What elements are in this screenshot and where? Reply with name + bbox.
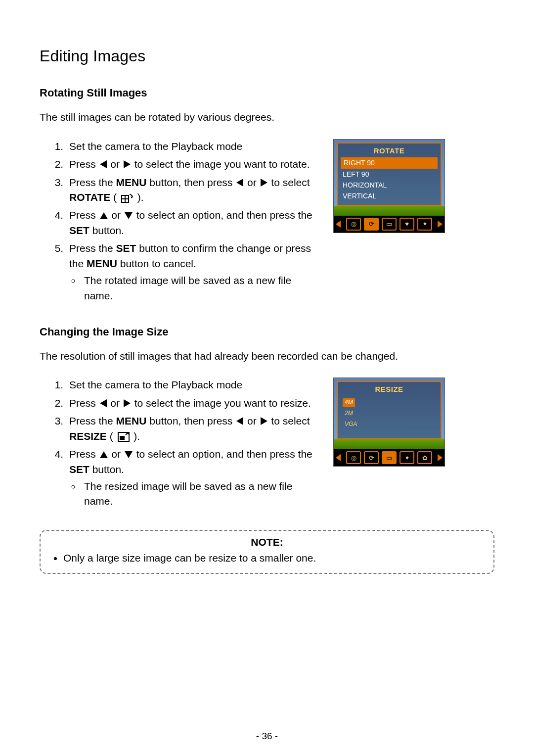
arrow-left-icon (100, 160, 107, 168)
section-intro-rotate: The still images can be rotated by vario… (40, 110, 494, 125)
arrow-down-icon (125, 212, 133, 219)
note-title: NOTE: (50, 535, 484, 550)
toolbar-slideshow-icon: ◎ (346, 451, 361, 464)
lcd-menu-title: RESIZE (338, 384, 441, 395)
step-item: Press or to select an option, and then p… (66, 208, 321, 238)
toolbar-rotate-icon: ⟳ (364, 218, 379, 231)
lcd-menu-box: RESIZE 4M 2M VGA (337, 381, 442, 439)
step-item: Press or to select the image you want to… (66, 396, 321, 411)
toolbar-next-icon (438, 454, 443, 461)
lcd-menu-box: ROTATE RIGHT 90 LEFT 90 HORIZONTAL VERTI… (337, 142, 442, 206)
lcd-menu-item: HORIZONTAL (338, 180, 441, 190)
lcd-resize-screenshot: RESIZE 4M 2M VGA ◎ ⟳ ▭ ✦ ✿ (333, 378, 445, 467)
steps-resize: Set the camera to the Playback mode Pres… (40, 378, 321, 509)
lcd-menu-item: LEFT 90 (338, 169, 441, 180)
step-item: Set the camera to the Playback mode (66, 378, 321, 392)
step-bullet: The resized image will be saved as a new… (81, 479, 321, 509)
step-item: Press or to select the image you want to… (66, 157, 321, 172)
step-item: Press or to select an option, and then p… (66, 447, 321, 509)
toolbar-effect-icon: ✦ (417, 218, 432, 231)
note-callout: NOTE: Only a large size image can be res… (40, 530, 494, 574)
step-item: Set the camera to the Playback mode (66, 139, 321, 154)
resize-icon (117, 431, 130, 442)
lcd-menu-item: 2M (343, 409, 355, 418)
lcd-toolbar: ◎ ⟳ ▭ ♥ ✦ (334, 216, 445, 233)
arrow-right-icon (261, 179, 267, 187)
section-heading-resize: Changing the Image Size (40, 324, 494, 340)
toolbar-prev-icon (336, 221, 341, 228)
arrow-right-icon (261, 417, 267, 425)
arrow-up-icon (100, 212, 108, 219)
arrow-right-icon (124, 399, 131, 407)
arrow-left-icon (236, 417, 243, 425)
toolbar-resize-icon: ▭ (382, 218, 397, 231)
toolbar-rotate-icon: ⟳ (364, 451, 379, 464)
toolbar-sticker-icon: ♥ (400, 218, 414, 231)
lcd-rotate-screenshot: ROTATE RIGHT 90 LEFT 90 HORIZONTAL VERTI… (333, 139, 445, 233)
toolbar-prev-icon (336, 454, 341, 461)
arrow-left-icon (100, 399, 107, 407)
toolbar-next-icon (438, 221, 443, 228)
arrow-up-icon (100, 451, 108, 458)
step-bullet: The rotated image will be saved as a new… (81, 273, 321, 303)
lcd-toolbar: ◎ ⟳ ▭ ✦ ✿ (334, 449, 445, 466)
lcd-menu-item: VERTICAL (338, 190, 441, 201)
toolbar-other-icon: ✿ (417, 451, 432, 464)
lcd-menu-title: ROTATE (338, 145, 441, 156)
step-item: Press the SET button to confirm the chan… (66, 241, 321, 303)
toolbar-resize-icon: ▭ (382, 451, 397, 464)
svg-rect-5 (120, 436, 125, 440)
lcd-menu-item: VGA (343, 420, 359, 428)
page-title: Editing Images (40, 45, 494, 67)
arrow-down-icon (125, 451, 133, 458)
step-item: Press the MENU button, then press or to … (66, 414, 321, 444)
toolbar-effect-icon: ✦ (400, 451, 414, 464)
section-intro-resize: The resolution of still images that had … (40, 349, 494, 364)
arrow-left-icon (236, 179, 243, 187)
lcd-menu-item: 4M (343, 398, 355, 407)
rotate-icon (121, 192, 134, 203)
toolbar-slideshow-icon: ◎ (346, 218, 361, 231)
note-bullet: Only a large size image can be resize to… (63, 551, 484, 566)
arrow-right-icon (124, 160, 131, 168)
lcd-menu-item: RIGHT 90 (341, 157, 438, 168)
section-heading-rotate: Rotating Still Images (40, 85, 494, 101)
page-number: - 36 - (0, 729, 534, 743)
step-item: Press the MENU button, then press or to … (66, 175, 321, 205)
steps-rotate: Set the camera to the Playback mode Pres… (40, 139, 321, 303)
